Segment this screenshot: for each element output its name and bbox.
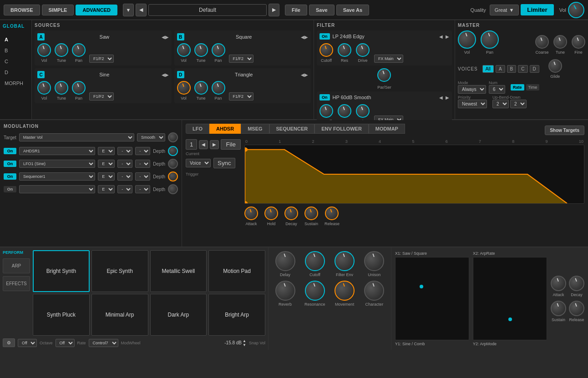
hold-knob[interactable] bbox=[264, 207, 278, 220]
mod-2-mode-dropdown[interactable]: E bbox=[98, 160, 115, 168]
mod-3-extra-dropdown[interactable]: - bbox=[135, 172, 150, 181]
source-b-vol-knob[interactable] bbox=[177, 43, 191, 57]
filter-1-drive-knob[interactable] bbox=[356, 43, 370, 57]
mod-4-depth-knob[interactable] bbox=[168, 184, 178, 194]
show-targets-button[interactable]: Show Targets bbox=[545, 126, 584, 135]
source-c-tune-knob[interactable] bbox=[55, 81, 68, 95]
source-d-prev[interactable]: ◀ bbox=[301, 72, 304, 77]
xy-pad-2[interactable] bbox=[473, 257, 547, 340]
resonance-knob[interactable] bbox=[305, 281, 325, 301]
filter-2-prev[interactable]: ◀ bbox=[439, 95, 443, 100]
mod-4-on-button[interactable]: On bbox=[4, 186, 16, 192]
env-tab-mseg[interactable]: MSEG bbox=[241, 124, 269, 134]
browse-button[interactable]: BROWSE bbox=[4, 5, 40, 15]
preset-synth-pluck[interactable]: Synth Pluck bbox=[33, 294, 90, 336]
filter-2-on-button[interactable]: On bbox=[319, 94, 330, 101]
target-dropdown[interactable]: Master Vol bbox=[19, 133, 134, 141]
mod-3-mode-dropdown[interactable]: E bbox=[98, 172, 115, 181]
env-graph[interactable] bbox=[244, 145, 584, 204]
source-c-vol-knob[interactable] bbox=[37, 81, 51, 95]
master-fine-knob[interactable] bbox=[572, 35, 585, 49]
next-preset-button[interactable]: ▶ bbox=[269, 4, 279, 16]
preset-motion-pad[interactable]: Motion Pad bbox=[208, 250, 265, 292]
mod-1-source-dropdown[interactable]: AHDSR1 bbox=[19, 147, 95, 155]
mod-1-depth-knob[interactable] bbox=[168, 146, 178, 156]
filter-2-next[interactable]: ▶ bbox=[446, 95, 449, 100]
env-next-button[interactable]: ▶ bbox=[210, 140, 219, 149]
decay-knob[interactable] bbox=[284, 207, 298, 220]
source-a-prev[interactable]: ◀ bbox=[162, 35, 165, 40]
mod-1-channel-dropdown[interactable]: - bbox=[117, 147, 132, 155]
env-tab-ahdsr[interactable]: AHDSR bbox=[209, 124, 241, 134]
smooth-dropdown[interactable]: Smooth bbox=[137, 133, 165, 141]
up-val-dropdown[interactable]: 2 bbox=[492, 100, 509, 108]
modwheel-dropdown[interactable]: Control7 bbox=[89, 339, 118, 347]
arp-tab[interactable]: ARP bbox=[3, 258, 30, 273]
reverb-knob[interactable] bbox=[275, 281, 295, 301]
preset-minimal-arp[interactable]: Minimal Arp bbox=[91, 294, 148, 336]
filter-1-next[interactable]: ▶ bbox=[446, 34, 449, 39]
source-c-f1f2-dropdown[interactable]: F1/F2 bbox=[89, 92, 114, 101]
source-d-tune-knob[interactable] bbox=[194, 81, 208, 95]
time-button[interactable]: Time bbox=[526, 84, 540, 91]
source-a-tune-knob[interactable] bbox=[55, 43, 68, 57]
source-d-next[interactable]: ▶ bbox=[304, 72, 308, 77]
source-c-prev[interactable]: ◀ bbox=[162, 72, 165, 77]
master-vol-knob[interactable] bbox=[568, 2, 584, 18]
master-coarse-knob[interactable] bbox=[535, 35, 549, 49]
preset-epic-synth[interactable]: Epic Synth bbox=[91, 250, 148, 292]
save-as-button[interactable]: Save As bbox=[336, 5, 369, 15]
env-tab-lfo[interactable]: LFO bbox=[186, 124, 209, 134]
mod-4-channel-dropdown[interactable]: - bbox=[117, 185, 132, 193]
source-b-next[interactable]: ▶ bbox=[304, 35, 308, 40]
global-item-c[interactable]: C bbox=[3, 56, 29, 67]
octave-dropdown[interactable]: Off bbox=[18, 339, 37, 347]
limiter-button[interactable]: Limiter bbox=[521, 4, 553, 15]
source-b-f1f2-dropdown[interactable]: F1/F2 bbox=[229, 55, 253, 63]
preset-bright-synth[interactable]: Bright Synth bbox=[33, 250, 90, 292]
advanced-button[interactable]: ADVANCED bbox=[76, 5, 117, 15]
env-num-button[interactable]: 1 bbox=[186, 139, 197, 150]
source-d-vol-knob[interactable] bbox=[177, 81, 191, 95]
preset-dark-arp[interactable]: Dark Arp bbox=[150, 294, 207, 336]
voices-tab-d[interactable]: D bbox=[530, 65, 539, 73]
master-vol-knob[interactable] bbox=[458, 30, 476, 49]
unison-knob[interactable] bbox=[364, 251, 384, 271]
source-d-f1f2-dropdown[interactable]: F1/F2 bbox=[229, 92, 253, 101]
simple-button[interactable]: SIMPLE bbox=[42, 5, 74, 15]
global-item-a[interactable]: A bbox=[3, 34, 29, 45]
master-tune-knob[interactable] bbox=[553, 35, 567, 49]
mod-2-extra-dropdown[interactable]: - bbox=[135, 160, 150, 168]
filter-1-cutoff-knob[interactable] bbox=[319, 43, 333, 57]
glide-knob[interactable] bbox=[548, 59, 562, 73]
gear-button[interactable]: ⚙ bbox=[3, 338, 15, 347]
cutoff-knob[interactable] bbox=[305, 251, 325, 271]
smooth-knob[interactable] bbox=[168, 132, 178, 142]
source-a-vol-knob[interactable] bbox=[37, 43, 51, 57]
source-d-pan-knob[interactable] bbox=[212, 81, 225, 95]
preset-name[interactable]: Default bbox=[148, 4, 267, 16]
env2-release-knob[interactable] bbox=[569, 301, 584, 316]
filter-2-res-knob[interactable] bbox=[338, 104, 351, 118]
voices-tab-a[interactable]: A bbox=[496, 65, 505, 73]
mod-4-mode-dropdown[interactable]: E bbox=[98, 185, 115, 193]
env2-attack-knob[interactable] bbox=[551, 276, 566, 291]
priority-dropdown[interactable]: Newest bbox=[458, 100, 487, 108]
source-a-pan-knob[interactable] bbox=[72, 43, 86, 57]
source-a-next[interactable]: ▶ bbox=[165, 35, 169, 40]
env2-sustain-knob[interactable] bbox=[551, 301, 566, 316]
source-c-pan-knob[interactable] bbox=[72, 81, 86, 95]
attack-knob[interactable] bbox=[244, 207, 258, 220]
mod-1-on-button[interactable]: On bbox=[4, 148, 16, 154]
mod-3-depth-knob[interactable] bbox=[168, 171, 178, 181]
filter-2-cutoff-knob[interactable] bbox=[319, 104, 333, 118]
prev-preset-button[interactable]: ◀ bbox=[136, 4, 147, 16]
env2-decay-knob[interactable] bbox=[569, 276, 584, 291]
xy-pad-1[interactable] bbox=[395, 257, 469, 340]
num-dropdown[interactable]: 6 bbox=[489, 85, 505, 94]
release-knob[interactable] bbox=[325, 207, 339, 220]
movement-knob[interactable] bbox=[335, 281, 355, 301]
source-b-tune-knob[interactable] bbox=[194, 43, 208, 57]
voices-tab-b[interactable]: B bbox=[507, 65, 517, 73]
mod-2-depth-knob[interactable] bbox=[168, 159, 178, 169]
